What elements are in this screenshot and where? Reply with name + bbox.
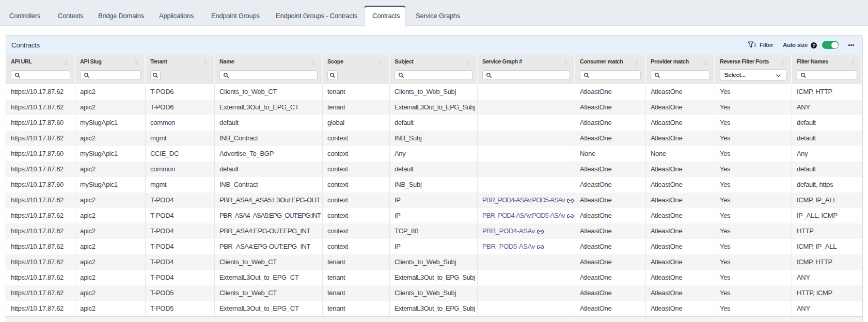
svg-text:?: ? [812, 42, 815, 47]
